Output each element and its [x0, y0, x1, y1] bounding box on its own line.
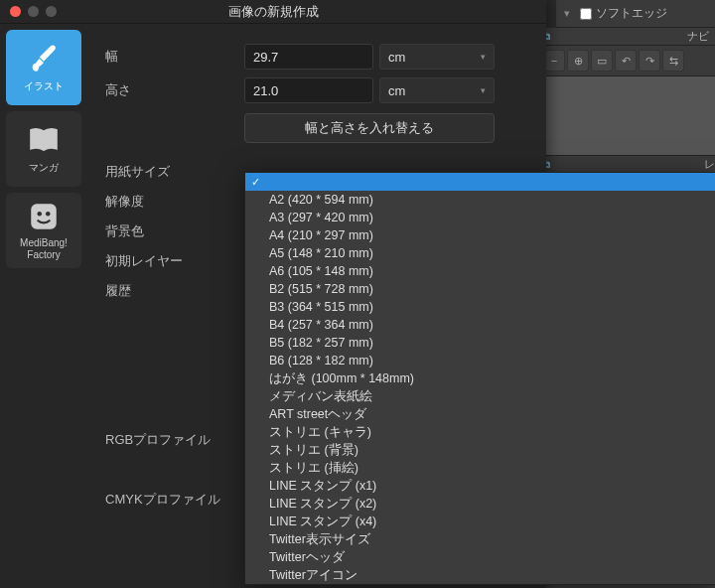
sidebar-item-label: MediBang! Factory: [20, 237, 68, 261]
paper-size-option[interactable]: B2 (515 * 728 mm): [245, 280, 715, 298]
soft-edge-checkbox-input[interactable]: [580, 8, 592, 20]
paper-size-option[interactable]: [245, 173, 715, 191]
swap-button-label: 幅と高さを入れ替える: [305, 119, 434, 137]
paper-size-option[interactable]: B4 (257 * 364 mm): [245, 316, 715, 334]
paper-size-option[interactable]: A2 (420 * 594 mm): [245, 191, 715, 209]
book-icon: [27, 123, 61, 157]
paper-size-option[interactable]: B5 (182 * 257 mm): [245, 334, 715, 352]
soft-edge-label: ソフトエッジ: [596, 5, 667, 22]
fit-screen-icon[interactable]: ▭: [591, 50, 613, 72]
width-unit-select[interactable]: cm ▾: [379, 44, 495, 70]
background-color-label: 背景色: [105, 222, 244, 240]
svg-rect-0: [31, 204, 57, 229]
sidebar-item-factory[interactable]: MediBang! Factory: [6, 193, 81, 268]
resolution-label: 解像度: [105, 193, 244, 211]
cmyk-profile-label: CMYKプロファイル: [105, 491, 264, 509]
chevron-down-icon: ▾: [481, 85, 486, 95]
rotate-right-icon[interactable]: ↷: [639, 50, 660, 72]
paper-size-dropdown[interactable]: A2 (420 * 594 mm)A3 (297 * 420 mm)A4 (21…: [244, 172, 715, 585]
sidebar-item-manga[interactable]: マンガ: [6, 111, 81, 187]
paper-size-option[interactable]: B6 (128 * 182 mm): [245, 352, 715, 369]
width-unit-value: cm: [388, 50, 405, 65]
background-toolbar: ▾ ソフトエッジ: [556, 0, 715, 28]
zoom-in-icon[interactable]: ⊕: [567, 50, 589, 72]
minimize-icon[interactable]: [28, 6, 39, 17]
sidebar-item-illustration[interactable]: イラスト: [6, 30, 81, 105]
brush-icon: [27, 42, 61, 75]
close-icon[interactable]: [10, 6, 21, 17]
paper-size-option[interactable]: LINE スタンプ (x2): [245, 495, 715, 513]
new-image-dialog: 画像の新規作成 イラスト マンガ MediBang! Factory 幅 cm: [0, 0, 546, 588]
paper-size-option[interactable]: メディバン表紙絵: [245, 387, 715, 405]
paper-size-label: 用紙サイズ: [105, 163, 244, 181]
svg-point-2: [46, 212, 51, 217]
svg-point-1: [37, 212, 42, 217]
height-unit-select[interactable]: cm ▾: [379, 77, 495, 103]
width-label: 幅: [105, 48, 244, 66]
rgb-profile-label: RGBプロファイル: [105, 431, 264, 449]
paper-size-option[interactable]: A4 (210 * 297 mm): [245, 226, 715, 244]
height-label: 高さ: [105, 81, 244, 99]
history-label: 履歴: [105, 282, 244, 300]
paper-size-option[interactable]: A5 (148 * 210 mm): [245, 244, 715, 262]
chevron-down-icon: ▾: [481, 52, 486, 62]
paper-size-option[interactable]: ストリエ (キャラ): [245, 423, 715, 441]
initial-layer-label: 初期レイヤー: [105, 252, 244, 270]
height-input[interactable]: [244, 77, 373, 103]
rotate-left-icon[interactable]: ↶: [615, 50, 637, 72]
paper-size-option[interactable]: Twitterアイコン: [245, 566, 715, 584]
paper-size-option[interactable]: Twitterヘッダ: [245, 548, 715, 566]
new-image-form: 幅 cm ▾ 高さ cm ▾ 幅と高さを入れ替える 用紙サイズ: [87, 24, 546, 588]
paper-size-option[interactable]: はがき (100mm * 148mm): [245, 369, 715, 387]
sidebar-item-label: イラスト: [24, 79, 64, 93]
paper-size-option[interactable]: LINE スタンプ (x4): [245, 513, 715, 530]
paper-size-option[interactable]: A6 (105 * 148 mm): [245, 262, 715, 280]
navigator-canvas[interactable]: [537, 76, 715, 156]
height-unit-value: cm: [388, 83, 405, 98]
zoom-out-icon[interactable]: −: [543, 50, 565, 72]
panel-nav-label: ナビ: [687, 29, 709, 44]
medibang-icon: [27, 200, 61, 233]
paper-size-option[interactable]: ストリエ (挿絵): [245, 459, 715, 477]
flip-icon[interactable]: ⇆: [662, 50, 684, 72]
dialog-titlebar: 画像の新規作成: [0, 0, 546, 24]
paper-size-option[interactable]: B3 (364 * 515 mm): [245, 298, 715, 316]
paper-size-option[interactable]: ストリエ (背景): [245, 441, 715, 459]
swap-width-height-button[interactable]: 幅と高さを入れ替える: [244, 113, 495, 143]
width-input[interactable]: [244, 44, 373, 70]
dialog-title: 画像の新規作成: [0, 3, 546, 21]
preset-sidebar: イラスト マンガ MediBang! Factory: [0, 24, 87, 588]
panel-layer-label: レ: [704, 157, 715, 172]
soft-edge-checkbox[interactable]: ソフトエッジ: [580, 5, 667, 22]
paper-size-option[interactable]: ART streetヘッダ: [245, 405, 715, 423]
paper-size-option[interactable]: LINE スタンプ (x1): [245, 477, 715, 495]
paper-size-option[interactable]: Twitter表示サイズ: [245, 530, 715, 548]
paper-size-option[interactable]: A3 (297 * 420 mm): [245, 209, 715, 226]
chevron-down-icon: ▾: [564, 7, 570, 20]
sidebar-item-label: マンガ: [29, 161, 59, 175]
maximize-icon[interactable]: [46, 6, 57, 17]
